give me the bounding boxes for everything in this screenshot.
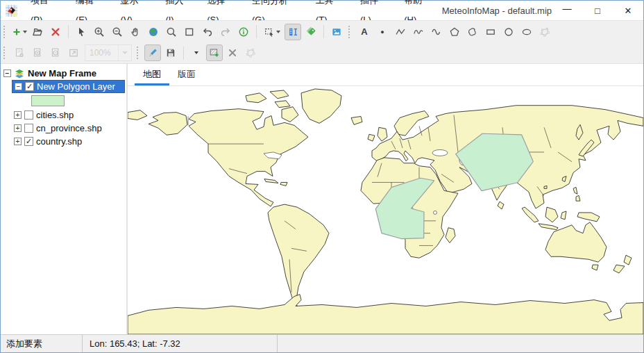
feature-select-dropdown-button[interactable] (188, 44, 205, 61)
toolbar-grip (137, 47, 140, 59)
toolbar-grip (348, 26, 352, 38)
select-rectangle-icon (264, 26, 275, 38)
tree-node-polygon-layer[interactable]: − ✓ New Polygon Layer (12, 80, 125, 93)
select-tool-button[interactable] (73, 24, 90, 40)
edit-feature-vertices-button[interactable] (242, 44, 259, 61)
polygon-layer-label: New Polygon Layer (37, 81, 115, 92)
titlebar: 项目(P) 编辑(E) 显示(V) 插入(I) 选择(S) 空间分析(G) 工具… (1, 1, 643, 20)
layer-visibility-checkbox[interactable]: ✓ (24, 137, 33, 146)
status-tool-hint: 添加要素 (1, 335, 83, 352)
tab-map[interactable]: 地图 (135, 66, 169, 85)
hand-icon (130, 26, 141, 38)
menu-bar: 项目(P) 编辑(E) 显示(V) 插入(I) 选择(S) 空间分析(G) 工具… (23, 1, 442, 20)
draw-polyline-button[interactable] (392, 24, 409, 40)
image-icon (331, 26, 342, 38)
image-view-button[interactable] (328, 24, 345, 40)
redo-button[interactable] (217, 24, 234, 40)
legend-entry (1, 93, 126, 108)
zoom-rectangle-tool-button[interactable] (181, 24, 198, 40)
curve-icon (431, 26, 442, 38)
text-tool-icon: A (361, 26, 367, 37)
undo-button[interactable] (199, 24, 216, 40)
zoom-out-icon (112, 26, 123, 38)
tree-node-cn-province[interactable]: + cn_province.shp (1, 122, 126, 135)
open-folder-icon (32, 26, 43, 38)
page-zoom-out-icon (50, 47, 61, 58)
toolbar-separator (323, 25, 324, 38)
fit-to-screen-button[interactable] (65, 44, 82, 61)
expand-toggle[interactable]: − (15, 83, 22, 90)
measure-tool-button[interactable] (285, 24, 301, 40)
save-edit-button[interactable] (162, 44, 179, 61)
expand-toggle[interactable]: + (14, 124, 22, 132)
draw-circle-button[interactable] (500, 24, 517, 40)
maximize-button[interactable]: □ (582, 1, 613, 20)
window-title: MeteoInfoMap - default.mip (442, 6, 552, 16)
toolbar-grip (3, 47, 7, 59)
ellipse-shape-icon (521, 26, 532, 38)
toolbar-separator (68, 25, 69, 38)
point-tool-icon: ● (380, 28, 384, 35)
edit-layer-button[interactable] (144, 44, 161, 61)
magnify-tool-button[interactable] (163, 24, 180, 40)
toolbar-separator (183, 47, 184, 60)
identify-info-button[interactable] (235, 24, 252, 40)
rectangle-shape-icon (485, 26, 496, 38)
world-map[interactable] (128, 86, 643, 334)
expand-toggle[interactable]: + (14, 111, 22, 119)
add-feature-button[interactable] (206, 44, 223, 61)
minimize-button[interactable]: — (552, 1, 582, 20)
page-zoom-in-icon (32, 47, 43, 58)
draw-rectangle-button[interactable] (482, 24, 499, 40)
label-tags-button[interactable] (303, 24, 319, 40)
draw-text-button[interactable]: A (356, 24, 373, 40)
vertex-polygon-icon (539, 26, 550, 38)
layer-visibility-checkbox[interactable] (24, 110, 33, 120)
tree-node-map-frame[interactable]: − New Map Frame (1, 67, 126, 80)
draw-ellipse-button[interactable] (518, 24, 535, 40)
toolbar-separator (256, 25, 257, 38)
tags-icon (305, 26, 316, 38)
triangle-down-icon (191, 47, 202, 58)
pan-tool-button[interactable] (127, 24, 144, 40)
draw-curve-button[interactable] (428, 24, 445, 40)
expand-toggle[interactable]: + (14, 138, 22, 145)
expand-toggle[interactable]: − (3, 69, 11, 77)
draw-freehand-line-button[interactable] (410, 24, 427, 40)
page-setup-button[interactable] (11, 44, 28, 61)
page-zoom-out-button[interactable] (47, 44, 64, 61)
add-layer-button[interactable] (11, 24, 28, 40)
tree-node-country[interactable]: + ✓ country.shp (1, 135, 126, 148)
zoom-level-combobox[interactable]: 100% (85, 44, 132, 61)
draw-freehand-polygon-button[interactable] (464, 24, 481, 40)
page-zoom-in-button[interactable] (29, 44, 46, 61)
delete-feature-button[interactable] (224, 44, 241, 61)
polygon-legend-swatch[interactable] (31, 95, 65, 106)
tree-node-cities[interactable]: + cities.shp (1, 108, 126, 122)
zoom-out-tool-button[interactable] (109, 24, 126, 40)
magnifier-icon (166, 26, 177, 38)
status-bar: 添加要素 Lon: 165.43; Lat: -7.32 (1, 334, 643, 352)
zoom-in-tool-button[interactable] (91, 24, 108, 40)
toolbar-grip (3, 26, 7, 38)
undo-icon (202, 26, 213, 38)
vertex-polygon-icon (245, 47, 256, 58)
layer-visibility-checkbox[interactable] (24, 124, 33, 133)
layer-label: country.shp (36, 136, 82, 147)
select-by-rectangle-button[interactable] (261, 24, 283, 40)
layer-visibility-checkbox[interactable]: ✓ (25, 82, 34, 91)
tab-layout[interactable]: 版面 (169, 66, 204, 85)
close-button[interactable]: ✕ (613, 1, 643, 20)
freehand-polygon-icon (467, 26, 478, 38)
remove-layer-button[interactable] (47, 24, 64, 40)
full-extent-button[interactable] (145, 24, 162, 40)
open-file-button[interactable] (29, 24, 46, 40)
chevron-down-icon (276, 31, 280, 33)
draw-polygon-button[interactable] (446, 24, 463, 40)
map-canvas[interactable] (128, 86, 643, 334)
edit-vertices-button[interactable] (536, 24, 553, 40)
status-spacer (278, 335, 643, 352)
chevron-down-icon (118, 45, 131, 60)
draw-point-button[interactable]: ● (374, 24, 391, 40)
gray-x-icon (227, 47, 238, 58)
